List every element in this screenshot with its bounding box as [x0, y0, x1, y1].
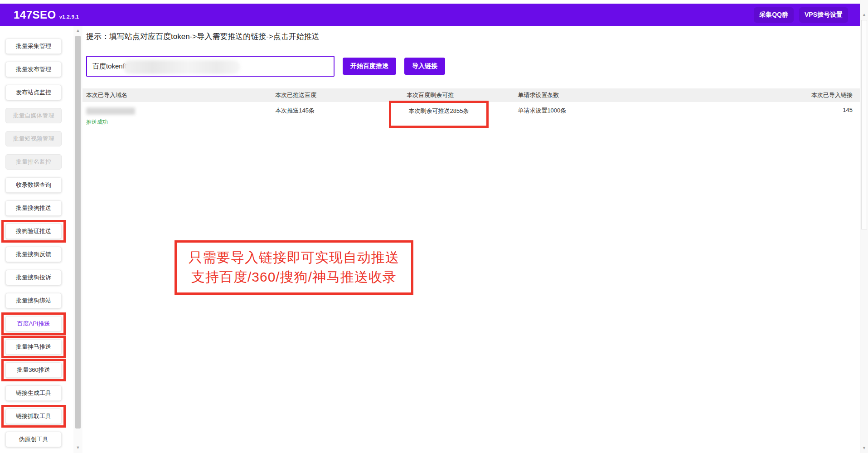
scroll-down-icon[interactable]: ▼ [73, 445, 82, 450]
token-input-box [86, 56, 335, 77]
push-status-label: 推送成功 [86, 118, 275, 126]
sidebar-item-label: 批量搜狗绑站 [16, 297, 51, 305]
annotation-line-1: 只需要导入链接即可实现自动推送 [189, 248, 399, 267]
page-scrollbar-thumb[interactable] [861, 20, 867, 229]
sidebar-item-label: 批量排名监控 [16, 158, 51, 166]
sidebar-item-label: 批量自媒体管理 [13, 112, 54, 120]
scroll-down-icon[interactable]: ▼ [860, 445, 868, 451]
remaining-highlight-box: 本次剩余可推送2855条 [389, 101, 489, 128]
sidebar-item[interactable]: 搜狗验证推送 [5, 224, 62, 239]
tip-text: 提示：填写站点对应百度token->导入需要推送的链接->点击开始推送 [86, 31, 320, 42]
sidebar-item[interactable]: 批量神马推送 [5, 339, 62, 355]
top-links: 采集QQ群 VPS拨号设置 [754, 7, 848, 23]
qq-group-link[interactable]: 采集QQ群 [754, 7, 794, 23]
header-pushed-baidu: 本次已推送百度 [275, 91, 407, 99]
start-baidu-push-button[interactable]: 开始百度推送 [343, 58, 396, 75]
sidebar-item[interactable]: 链接抓取工具 [5, 409, 62, 424]
scroll-up-icon[interactable]: ▲ [73, 28, 82, 33]
sidebar-item: 批量排名监控 [5, 154, 62, 170]
header-imported-domain: 本次已导入域名 [82, 91, 275, 99]
pushed-count-cell: 本次推送145条 [275, 107, 407, 126]
brand-name: 147SEO [14, 9, 56, 21]
per-request-cell: 单请求设置1000条 [518, 107, 801, 126]
sidebar-item[interactable]: 批量搜狗推送 [5, 200, 62, 216]
version-label: v1.2.9.1 [59, 14, 79, 19]
domain-redaction-blur [86, 107, 135, 115]
sidebar-item[interactable]: 批量采集管理 [5, 39, 62, 54]
sidebar-item-label: 链接抓取工具 [16, 412, 51, 420]
sidebar-item-label: 批量神马推送 [16, 343, 51, 351]
sidebar-item[interactable]: 批量发布管理 [5, 62, 62, 77]
sidebar-item: 批量自媒体管理 [5, 108, 62, 123]
sidebar-item-label: 批量发布管理 [16, 65, 51, 73]
scroll-up-icon[interactable]: ▲ [860, 12, 868, 17]
sidebar-scrollbar[interactable]: ▲ ▼ [73, 26, 82, 453]
annotation-callout: 只需要导入链接即可实现自动推送 支持百度/360/搜狗/神马推送收录 [175, 240, 413, 295]
sidebar-item-label: 批量搜狗反馈 [16, 250, 51, 258]
sidebar-item-label: 伪原创工具 [19, 435, 48, 443]
push-controls: 开始百度推送 导入链接 [86, 56, 445, 77]
page-scrollbar[interactable]: ▲ ▼ [860, 0, 868, 453]
sidebar-item[interactable]: 收录数据查询 [5, 177, 62, 193]
sidebar-item-label: 批量搜狗推送 [16, 204, 51, 212]
sidebar-item[interactable]: 伪原创工具 [5, 432, 62, 447]
sidebar-item[interactable]: 链接生成工具 [5, 385, 62, 401]
sidebar-item-label: 搜狗验证推送 [16, 227, 51, 235]
sidebar-item[interactable]: 发布站点监控 [5, 85, 62, 100]
sidebar-item-label: 收录数据查询 [16, 181, 51, 189]
sidebar-item-label: 百度API推送 [17, 320, 50, 328]
sidebar-item-label: 链接生成工具 [16, 389, 51, 397]
sidebar-list: 批量采集管理 批量发布管理 发布站点监控 批量自媒体管理 批量短视频管理 批量排… [0, 26, 73, 453]
annotation-line-2: 支持百度/360/搜狗/神马推送收录 [189, 267, 399, 287]
sidebar-scrollbar-thumb[interactable] [75, 36, 81, 429]
sidebar-item-label: 批量搜狗投诉 [16, 273, 51, 282]
sidebar-item-label: 批量短视频管理 [13, 135, 54, 143]
header-per-request-count: 单请求设置条数 [518, 91, 801, 99]
header-imported-links: 本次已导入链接 [801, 91, 860, 99]
sidebar-item[interactable]: 百度API推送 [5, 316, 62, 331]
sidebar-item-label: 批量360推送 [17, 366, 50, 374]
sidebar-item[interactable]: 批量搜狗反馈 [5, 247, 62, 262]
baidu-token-input[interactable] [87, 57, 334, 76]
brand-logo: 147SEO v1.2.9.1 [14, 9, 79, 21]
vps-dial-settings-link[interactable]: VPS拨号设置 [799, 7, 848, 23]
header-baidu-remaining: 本次百度剩余可推 [407, 91, 518, 99]
push-result-table: 本次已导入域名 本次已推送百度 本次百度剩余可推 单请求设置条数 本次已导入链接… [82, 88, 860, 126]
main-content: 提示：填写站点对应百度token->导入需要推送的链接->点击开始推送 开始百度… [82, 26, 860, 453]
table-header-row: 本次已导入域名 本次已推送百度 本次百度剩余可推 单请求设置条数 本次已导入链接 [82, 88, 860, 102]
domain-cell: 推送成功 [82, 107, 275, 126]
imported-count-cell: 145 [801, 107, 860, 126]
sidebar-item-label: 发布站点监控 [16, 88, 51, 97]
import-links-button[interactable]: 导入链接 [404, 58, 445, 75]
sidebar-item-label: 批量采集管理 [16, 42, 51, 50]
sidebar-item: 批量短视频管理 [5, 131, 62, 146]
sidebar-item[interactable]: 批量360推送 [5, 362, 62, 378]
sidebar-item[interactable]: 批量搜狗投诉 [5, 270, 62, 285]
top-bar: 147SEO v1.2.9.1 采集QQ群 VPS拨号设置 [0, 4, 860, 26]
sidebar-item[interactable]: 批量搜狗绑站 [5, 293, 62, 308]
